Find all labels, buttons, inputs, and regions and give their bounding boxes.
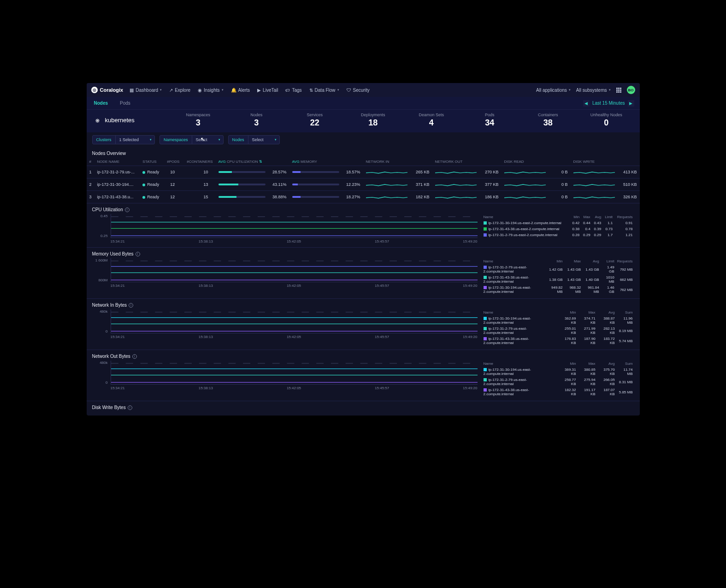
mem-cell: 18.57%: [289, 166, 363, 178]
col-net-in[interactable]: NETWORK IN: [363, 158, 432, 166]
chart-area[interactable]: 0.450.25 15:34:2115:38:1315:42:0515:45:5…: [92, 214, 478, 244]
flow-icon: ⇅: [309, 88, 313, 93]
nav-insights[interactable]: ◉Insights▾: [198, 88, 223, 93]
legend-row[interactable]: ip-172-31-43-38.us-east-2.compute.intern…: [482, 336, 634, 346]
avatar[interactable]: BO: [627, 86, 635, 94]
panel-title: CPU Utilization i: [92, 207, 634, 212]
legend-row[interactable]: ip-172-31-2-79.us-east-2.compute.interna…: [482, 326, 634, 336]
col-disk-read[interactable]: DISK READ: [502, 158, 571, 166]
x-tick: 15:45:57: [375, 284, 389, 288]
status-dot-icon: [142, 196, 145, 199]
stat-services[interactable]: Services 22: [288, 113, 342, 128]
stat-deamon sets[interactable]: Deamon Sets 4: [405, 113, 459, 128]
col-cpu[interactable]: AVG CPU UTILIZATION ⇅: [216, 158, 289, 166]
legend-color-icon: [484, 233, 487, 237]
legend-row[interactable]: ip-172-31-30-194.us-east-2.compute.inter…: [482, 220, 634, 226]
brand-name: Coralogix: [100, 87, 124, 93]
nav-security[interactable]: 🛡Security: [347, 88, 370, 93]
stat-unhealthy nodes[interactable]: Unhealthy Nodes 0: [579, 113, 633, 128]
table-row[interactable]: 1 ip-172-31-2-79.us-... Ready 10 10 28.5…: [87, 166, 640, 178]
stat-pods[interactable]: Pods 34: [463, 113, 517, 128]
legend-color-icon: [484, 388, 487, 392]
nav-livetail[interactable]: ▶LiveTail: [257, 88, 278, 93]
time-range-prev-button[interactable]: ◀: [583, 100, 590, 107]
nav-explore[interactable]: ↗Explore: [169, 88, 190, 93]
legend-row[interactable]: ip-172-31-2-79.us-east-2.compute.interna…: [482, 264, 634, 274]
col-status[interactable]: STATUS: [140, 158, 163, 166]
legend-row[interactable]: ip-172-31-43-38.us-east-2.compute.intern…: [482, 226, 634, 232]
subtab-pods[interactable]: Pods: [118, 100, 132, 107]
x-tick: 15:49:20: [463, 284, 477, 288]
filter-namespaces[interactable]: Namespaces Select ▾: [159, 135, 224, 144]
y-tick: 480k: [92, 309, 108, 314]
col-name[interactable]: NODE NAME: [94, 158, 140, 166]
nav-dataflow[interactable]: ⇅Data Flow▾: [309, 88, 339, 93]
panel-title: Disk Write Bytes i: [92, 405, 634, 410]
nav-alerts[interactable]: 🔔Alerts: [231, 88, 250, 93]
nodes-overview-table: # NODE NAME STATUS #PODS #CONTAINERS AVG…: [87, 158, 640, 203]
nav-explore-label: Explore: [175, 88, 190, 93]
filter-nodes[interactable]: Nodes Select ▾: [228, 135, 280, 144]
legend-row[interactable]: ip-172-31-43-38.us-east-2.compute.intern…: [482, 274, 634, 285]
legend-row[interactable]: ip-172-31-2-79.us-east-2.compute.interna…: [482, 232, 634, 238]
containers-count: 15: [182, 191, 215, 203]
stat-nodes[interactable]: Nodes 3: [230, 113, 283, 128]
x-tick: 15:34:21: [111, 335, 125, 339]
legend-row[interactable]: ip-172-31-30-194.us-east-2.compute.inter…: [482, 315, 634, 326]
bell-icon: 🔔: [231, 88, 236, 93]
nav-dashboard[interactable]: ▦Dashboard▾: [130, 88, 162, 93]
stat-label: Namespaces: [171, 113, 225, 117]
brand[interactable]: ◎ Coralogix: [91, 87, 124, 93]
stat-label: Unhealthy Nodes: [579, 113, 633, 117]
legend-row[interactable]: ip-172-31-30-194.us-east-2.compute.inter…: [482, 285, 634, 295]
apps-grid-icon[interactable]: [616, 88, 621, 93]
net-out-cell: 377 KB: [432, 178, 502, 191]
filter-nodes-value: Select: [252, 137, 264, 142]
filters-row: Clusters 1 Selected ▾ Namespaces Select …: [87, 132, 640, 147]
legend-row[interactable]: ip-172-31-30-194.us-east-2.compute.inter…: [482, 367, 634, 377]
chart-area[interactable]: 1 600M800M 15:34:2115:38:1315:42:0515:45…: [92, 258, 478, 288]
col-containers[interactable]: #CONTAINERS: [182, 158, 215, 166]
legend-color-icon: [484, 276, 487, 279]
y-tick: 0.25: [92, 234, 108, 238]
panel-network in bytes: Network In Bytes i 480k0 15:34:2115:38:1…: [87, 298, 640, 350]
filter-clusters-label: Clusters: [93, 136, 116, 144]
table-row[interactable]: 3 ip-172-31-43-38.u... Ready 12 15 38.88…: [87, 191, 640, 203]
x-tick: 15:45:57: [375, 386, 389, 390]
filter-applications[interactable]: All applications▾: [536, 88, 571, 93]
stat-label: Services: [288, 113, 342, 117]
filter-subsystems[interactable]: All subsystems▾: [576, 88, 611, 93]
panel-title: Memory Used Bytes i: [92, 251, 634, 256]
nav-tags[interactable]: 🏷Tags: [285, 88, 301, 93]
x-tick: 15:34:21: [111, 284, 125, 288]
col-disk-write[interactable]: DISK WRITE: [571, 158, 640, 166]
info-icon[interactable]: i: [128, 405, 132, 410]
legend-color-icon: [484, 221, 487, 225]
filter-clusters[interactable]: Clusters 1 Selected ▾: [92, 135, 155, 144]
stat-namespaces[interactable]: Namespaces 3: [171, 113, 225, 128]
table-row[interactable]: 2 ip-172-31-30-194.... Ready 12 13 43.11…: [87, 178, 640, 191]
info-icon[interactable]: i: [132, 354, 137, 359]
subtab-nodes[interactable]: Nodes: [92, 100, 110, 107]
node-name: ip-172-31-2-79.us-...: [94, 166, 140, 178]
chart-area[interactable]: 480k0 15:34:2115:38:1315:42:0515:45:5715…: [92, 309, 478, 339]
mouse-cursor-icon: ↖: [201, 136, 205, 143]
info-icon[interactable]: i: [136, 252, 140, 256]
time-range-next-button[interactable]: ▶: [628, 100, 634, 107]
time-range-label[interactable]: Last 15 Minutes: [592, 101, 625, 106]
brand-logo-icon: ◎: [91, 87, 98, 93]
info-icon[interactable]: i: [129, 303, 133, 308]
stat-containers[interactable]: Containers 38: [521, 113, 575, 128]
col-pods[interactable]: #PODS: [163, 158, 182, 166]
net-in-cell: 182 KB: [363, 191, 432, 203]
col-mem[interactable]: AVG MEMORY: [289, 158, 363, 166]
panel-disk write bytes: Disk Write Bytes i: [87, 401, 640, 416]
legend-row[interactable]: ip-172-31-2-79.us-east-2.compute.interna…: [482, 377, 634, 387]
app-root: ◎ Coralogix ▦Dashboard▾ ↗Explore ◉Insigh…: [87, 83, 640, 416]
stat-deployments[interactable]: Deployments 18: [346, 113, 400, 128]
chart-area[interactable]: 480k0 15:34:2115:38:1315:42:0515:45:5715…: [92, 361, 478, 390]
col-idx: #: [87, 158, 94, 166]
legend-row[interactable]: ip-172-31-43-38.us-east-2.compute.intern…: [482, 387, 634, 397]
col-net-out[interactable]: NETWORK OUT: [432, 158, 502, 166]
info-icon[interactable]: i: [125, 208, 130, 212]
